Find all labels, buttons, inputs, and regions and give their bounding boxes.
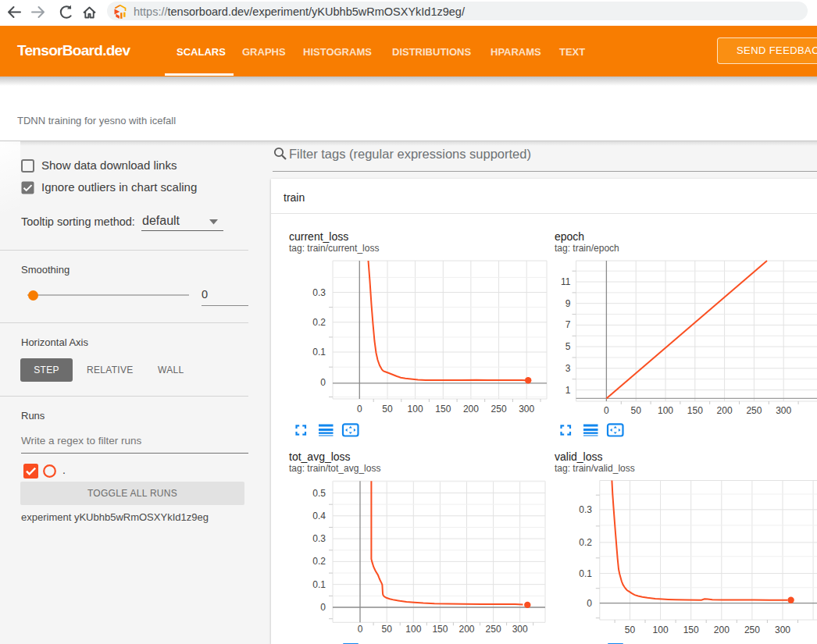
svg-text:300: 300 — [519, 404, 534, 415]
svg-text:200: 200 — [717, 405, 733, 416]
svg-text:0: 0 — [320, 602, 326, 613]
svg-text:0.3: 0.3 — [579, 504, 592, 515]
svg-text:150: 150 — [683, 624, 699, 635]
svg-text:0: 0 — [320, 377, 326, 388]
svg-text:0.2: 0.2 — [312, 556, 326, 567]
svg-text:50: 50 — [625, 624, 636, 635]
svg-text:200: 200 — [463, 404, 479, 415]
svg-text:50: 50 — [382, 624, 393, 634]
svg-text:250: 250 — [746, 405, 762, 416]
svg-text:100: 100 — [653, 624, 669, 635]
svg-text:3: 3 — [565, 363, 571, 374]
svg-text:0: 0 — [604, 405, 609, 416]
svg-text:5: 5 — [565, 341, 571, 352]
svg-text:50: 50 — [382, 404, 393, 415]
svg-text:0.2: 0.2 — [579, 537, 592, 548]
svg-text:150: 150 — [687, 405, 703, 416]
svg-text:250: 250 — [491, 404, 507, 415]
svg-text:0.4: 0.4 — [312, 511, 326, 521]
svg-text:300: 300 — [775, 624, 790, 635]
svg-text:200: 200 — [714, 624, 730, 635]
svg-text:7: 7 — [565, 319, 571, 330]
svg-text:0.1: 0.1 — [579, 568, 592, 579]
svg-text:250: 250 — [486, 624, 501, 634]
svg-text:150: 150 — [432, 624, 448, 634]
svg-text:0.1: 0.1 — [312, 579, 326, 590]
svg-text:1: 1 — [565, 385, 571, 396]
svg-text:0.3: 0.3 — [312, 533, 326, 544]
svg-text:100: 100 — [658, 405, 673, 416]
svg-text:100: 100 — [408, 404, 423, 415]
svg-text:0.2: 0.2 — [312, 317, 326, 328]
svg-text:300: 300 — [512, 624, 528, 634]
svg-text:100: 100 — [405, 624, 421, 634]
svg-text:200: 200 — [458, 624, 474, 634]
svg-text:0: 0 — [587, 598, 592, 609]
svg-text:150: 150 — [435, 404, 451, 415]
svg-text:50: 50 — [631, 405, 642, 416]
svg-text:0.3: 0.3 — [312, 287, 326, 298]
svg-text:0: 0 — [358, 624, 363, 634]
svg-text:0.5: 0.5 — [312, 488, 326, 499]
svg-text:0.1: 0.1 — [312, 347, 326, 358]
svg-text:300: 300 — [776, 405, 791, 416]
svg-text:11: 11 — [561, 276, 571, 287]
svg-text:9: 9 — [565, 298, 571, 309]
svg-text:250: 250 — [744, 624, 760, 635]
svg-text:0: 0 — [357, 404, 362, 415]
